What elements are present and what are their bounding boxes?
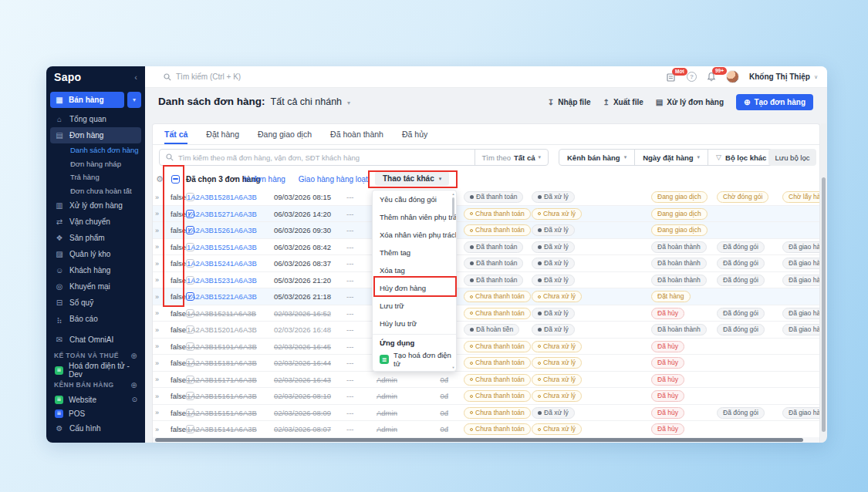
sidebar-item-hoá-đơn-điện-tử---dev[interactable]: ≣Hoá đơn điện tử - Dev <box>46 363 145 377</box>
expand-row-icon[interactable]: » <box>155 305 159 322</box>
chevron-down-icon: ▾ <box>347 99 350 106</box>
sidebar-subitem-đơn-chưa-hoàn-tất[interactable]: Đơn chưa hoàn tất <box>46 184 145 198</box>
menu-item-thêm-nhân-viên-phụ-trách[interactable]: Thêm nhân viên phụ trách <box>373 208 456 226</box>
order-link[interactable]: 1A2A3B15231A6A3B <box>187 272 257 289</box>
search-by-dropdown[interactable]: Tìm theo Tất cả ▾ <box>475 150 548 165</box>
plus-circle-icon[interactable]: ⊕ <box>130 352 137 360</box>
sidebar-item-sổ-quỹ[interactable]: ⊟Sổ quỹ <box>46 295 145 311</box>
menu-item-yêu-cầu-đóng-gói[interactable]: Yêu cầu đóng gói <box>373 190 456 208</box>
import-file-button[interactable]: ↧Nhập file <box>548 98 591 106</box>
menu-item-create-einvoice[interactable]: ≣ Tạo hoá đơn điện tử <box>373 350 456 369</box>
expand-row-icon[interactable]: » <box>155 239 159 256</box>
expand-row-icon[interactable]: » <box>155 355 159 372</box>
menu-item-hủy-đơn-hàng[interactable]: Hủy đơn hàng <box>373 279 456 297</box>
expand-row-icon[interactable]: » <box>155 288 159 305</box>
bulk-link-giao-hàng-hàng-loạt[interactable]: Giao hàng hàng loạt <box>299 175 368 184</box>
expand-row-icon[interactable]: » <box>155 322 159 339</box>
order-link[interactable]: 1A2A3B15271A6A3B <box>187 206 257 223</box>
order-link[interactable]: 1A2A3B15251A6A3B <box>187 239 257 256</box>
export-file-button[interactable]: ↥Xuất file <box>603 98 643 106</box>
menu-item-xóa-nhân-viên-phụ-trách[interactable]: Xóa nhân viên phụ trách <box>373 226 456 244</box>
expand-row-icon[interactable]: » <box>155 372 159 389</box>
tab-tất-cả[interactable]: Tất cả <box>164 124 187 144</box>
order-staff: Admin <box>377 372 397 389</box>
menu-scrollbar[interactable]: ▲ ▼ <box>451 192 455 369</box>
horizontal-scrollbar[interactable] <box>153 437 819 443</box>
sidebar-item-ban-hang[interactable]: ▦Bán hàng <box>50 92 124 108</box>
help-icon[interactable]: ? <box>687 72 697 82</box>
sidebar-subitem-trả-hàng[interactable]: Trả hàng <box>46 170 145 184</box>
save-filter-button[interactable]: Lưu bộ lọc <box>768 149 816 166</box>
sidebar-item-quản-lý-kho[interactable]: ▨Quản lý kho <box>46 246 145 262</box>
sidebar-brand-caret[interactable]: ▾ <box>127 92 141 108</box>
sidebar-collapse-icon[interactable]: ‹ <box>134 72 137 82</box>
horizontal-scrollbar-thumb[interactable] <box>155 438 803 442</box>
sidebar-item-pos[interactable]: ≣POS <box>46 406 145 420</box>
user-avatar[interactable] <box>726 70 739 83</box>
tab-đặt-hàng[interactable]: Đặt hàng <box>206 124 239 144</box>
sales-channel-filter[interactable]: Kênh bán hàng▾ <box>559 150 634 165</box>
whats-new-icon[interactable]: Mới <box>667 72 677 82</box>
sidebar-item-khuyến-mại[interactable]: ◎Khuyến mại <box>46 278 145 295</box>
bulk-link-in-đơn-hàng[interactable]: In đơn hàng <box>244 175 285 184</box>
sidebar-item-label: Báo cáo <box>69 315 98 323</box>
expand-row-icon[interactable]: » <box>155 388 159 405</box>
shipping-status-badge: Chờ lấy hàng <box>782 189 819 206</box>
sidebar-item-báo-cáo[interactable]: ⣦Báo cáo <box>46 311 145 327</box>
sidebar-item-label: Sản phẩm <box>69 234 105 242</box>
sidebar-item-đơn-hàng[interactable]: ▤Đơn hàng <box>50 127 141 143</box>
vertical-scrollbar-thumb[interactable] <box>822 177 826 432</box>
sidebar-item-xử-lý-đơn-hàng[interactable]: ▥Xử lý đơn hàng <box>46 197 145 214</box>
sidebar-item-chat-omniai[interactable]: ✉Chat OmniAI <box>46 332 145 348</box>
menu-scrollbar-thumb[interactable] <box>452 197 454 217</box>
menu-item-lưu-trữ[interactable]: Lưu trữ <box>373 297 456 315</box>
tab-đã-hoàn-thành[interactable]: Đã hoàn thành <box>330 124 383 144</box>
select-all-checkbox[interactable] <box>171 175 180 184</box>
expand-row-icon[interactable]: » <box>155 189 159 206</box>
order-search-input[interactable]: Tìm kiếm theo mã đơn hàng, vận đơn, SĐT … <box>159 149 549 166</box>
more-filters-button[interactable]: ▽Bộ lọc khác <box>708 150 774 165</box>
user-menu[interactable]: Khống Thị Thiệp ∨ <box>749 72 818 81</box>
order-link[interactable]: 1A2A3B15261A6A3B <box>187 222 257 239</box>
processing-status-badge: Chưa xử lý <box>532 372 582 389</box>
more-actions-button[interactable]: Thao tác khác▾ <box>375 171 449 186</box>
tab-đã-hủy[interactable]: Đã hủy <box>402 124 427 144</box>
order-date-filter[interactable]: Ngày đặt hàng▾ <box>634 150 708 165</box>
sidebar-subitem-đơn-hàng-nháp[interactable]: Đơn hàng nháp <box>46 157 145 171</box>
menu-item-hủy-lưu-trữ[interactable]: Hủy lưu trữ <box>373 315 456 332</box>
status-dot-icon <box>538 245 542 249</box>
expand-row-icon[interactable]: » <box>155 206 159 223</box>
eye-icon[interactable]: ⊙ <box>131 396 137 403</box>
expand-row-icon[interactable]: » <box>155 339 159 356</box>
sidebar-item-vận-chuyển[interactable]: ⇄Vận chuyển <box>46 214 145 230</box>
vertical-scrollbar[interactable] <box>821 123 826 443</box>
order-link[interactable]: 1A2A3B15281A6A3B <box>187 189 257 206</box>
process-orders-button[interactable]: ▤Xử lý đơn hàng <box>656 98 724 106</box>
order-link[interactable]: 1A2A3B15221A6A3B <box>187 288 257 305</box>
sidebar-item-website[interactable]: ≣Website⊙ <box>46 393 145 406</box>
branch-selector[interactable]: Tất cả chi nhánh <box>271 96 342 107</box>
scroll-up-arrow-icon[interactable]: ▲ <box>451 192 455 196</box>
sidebar-subitem-danh-sách-đơn-hàng[interactable]: Danh sách đơn hàng <box>46 143 145 157</box>
scroll-down-arrow-icon[interactable]: ▼ <box>451 366 455 369</box>
table-settings-gear-icon[interactable]: ⚙ <box>156 174 164 184</box>
expand-row-icon[interactable]: » <box>155 421 159 437</box>
expand-row-icon[interactable]: » <box>155 222 159 239</box>
status-badge-label: Đã đóng gói <box>723 258 758 269</box>
sidebar-item-khách-hàng[interactable]: ☺Khách hàng <box>46 262 145 278</box>
plus-circle-icon[interactable]: ⊕ <box>130 381 137 389</box>
menu-item-xóa-tag[interactable]: Xóa tag <box>373 261 456 279</box>
sidebar-item-cấu-hình[interactable]: ⚙Cấu hình <box>46 420 145 436</box>
expand-row-icon[interactable]: » <box>155 255 159 272</box>
expand-row-icon[interactable]: » <box>155 272 159 289</box>
notifications-bell[interactable]: 99+ <box>707 72 716 82</box>
sidebar-item-tổng-quan[interactable]: ⌂Tổng quan <box>46 111 145 127</box>
tab-đang-giao-dịch[interactable]: Đang giao dịch <box>258 124 312 144</box>
status-badge: Đã giao hàng <box>782 258 819 269</box>
order-link[interactable]: 1A2A3B15241A6A3B <box>187 255 257 272</box>
expand-row-icon[interactable]: » <box>155 405 159 422</box>
menu-item-thêm-tag[interactable]: Thêm tag <box>373 244 456 261</box>
sidebar-item-sản-phẩm[interactable]: ❖Sản phẩm <box>46 230 145 246</box>
global-search-input[interactable]: Tìm kiếm (Ctrl + K) <box>164 72 241 81</box>
create-order-button[interactable]: ⊕Tạo đơn hàng <box>736 94 813 110</box>
